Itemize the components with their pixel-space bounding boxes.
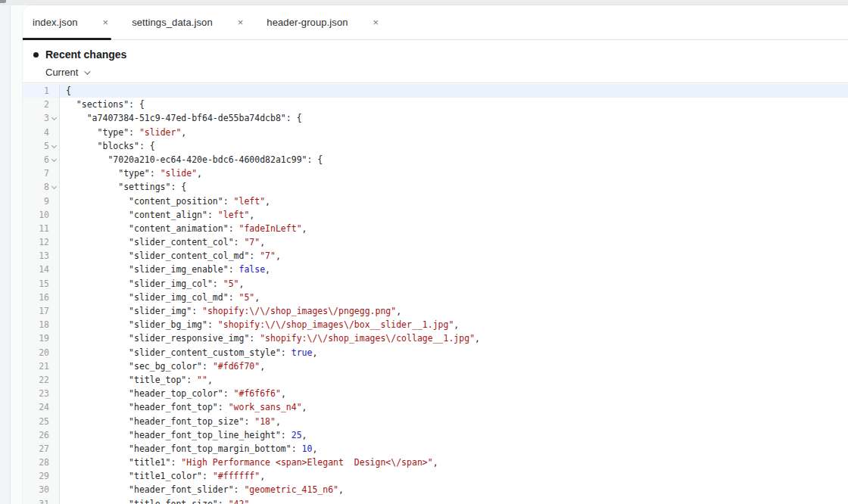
code-line[interactable]: 27 "header_font_top_margin_bottom": 10,: [23, 442, 848, 456]
changes-dot-icon: [33, 52, 39, 58]
line-number: 6: [23, 153, 60, 166]
code-line[interactable]: 22 "title_top": "",: [23, 373, 848, 387]
line-number: 18: [23, 318, 60, 331]
line-number: 11: [23, 222, 60, 235]
code-line[interactable]: 10 "content_align": "left",: [23, 208, 848, 222]
line-number: 22: [23, 373, 60, 387]
code-line-text[interactable]: "slider_responsive_img": "shopify:\/\/sh…: [60, 331, 480, 345]
code-area[interactable]: 1{2 "sections": {3 "a7407384-51c9-47ed-b…: [23, 84, 848, 504]
code-line[interactable]: 1{: [23, 84, 848, 98]
page-top-strip: [0, 0, 848, 5]
code-line[interactable]: 18 "slider_bg_img": "shopify:\/\/shop_im…: [23, 318, 848, 331]
code-line[interactable]: 4 "type": "slider",: [23, 126, 848, 139]
code-line-text[interactable]: "a7407384-51c9-47ed-bf64-de55ba74dcb8": …: [60, 111, 302, 125]
code-line[interactable]: 19 "slider_responsive_img": "shopify:\/\…: [23, 331, 848, 345]
code-line[interactable]: 6 "7020a210-ec64-420e-bdc6-4600d82a1c99"…: [23, 153, 848, 166]
code-line-text[interactable]: "title_top": "",: [60, 373, 213, 387]
window-corner-fragment: [0, 0, 6, 3]
line-number: 1: [23, 84, 60, 98]
close-icon[interactable]: ×: [236, 16, 245, 29]
active-tab-indicator: [23, 38, 111, 40]
line-number: 7: [23, 166, 60, 180]
code-line-text[interactable]: "slider_content_col_md": "7",: [60, 249, 281, 263]
line-number: 16: [23, 291, 60, 304]
code-line[interactable]: 25 "header_font_top_size": "18",: [23, 415, 848, 428]
code-line[interactable]: 20 "slider_content_custom_style": true,: [23, 346, 848, 359]
code-line[interactable]: 7 "type": "slide",: [23, 166, 848, 180]
line-number: 20: [23, 346, 60, 359]
fold-chevron-icon[interactable]: [51, 143, 57, 148]
code-line[interactable]: 5 "blocks": {: [23, 139, 848, 153]
code-line-text[interactable]: "sec_bg_color": "#fd6f70",: [60, 359, 265, 373]
line-number: 15: [23, 277, 60, 291]
code-line[interactable]: 2 "sections": {: [23, 98, 848, 111]
code-line-text[interactable]: "slider_content_custom_style": true,: [60, 346, 317, 359]
code-line-text[interactable]: "type": "slide",: [60, 166, 202, 180]
code-line-text[interactable]: "slider_img_col_md": "5",: [60, 291, 260, 304]
code-line-text[interactable]: "slider_img_enable": false,: [60, 263, 270, 276]
tab-label: settings_data.json: [132, 17, 213, 28]
code-line[interactable]: 26 "header_font_top_line_height": 25,: [23, 428, 848, 442]
code-line-text[interactable]: "title_font_size": "42",: [60, 497, 254, 504]
code-line[interactable]: 11 "content_animation": "fadeInLeft",: [23, 222, 848, 235]
code-line[interactable]: 29 "title1_color": "#ffffff",: [23, 469, 848, 483]
line-number: 14: [23, 263, 60, 276]
line-number: 5: [23, 139, 60, 153]
line-number: 8: [23, 180, 60, 194]
fold-chevron-icon[interactable]: [51, 184, 57, 189]
code-line[interactable]: 30 "header_font_slider": "geometric_415_…: [23, 483, 848, 496]
fold-chevron-icon[interactable]: [51, 115, 57, 120]
fold-chevron-icon[interactable]: [51, 157, 57, 162]
code-line-text[interactable]: "content_position": "left",: [60, 194, 270, 208]
code-line-text[interactable]: "header_font_top_margin_bottom": 10,: [60, 442, 317, 456]
code-line-text[interactable]: "title1_color": "#ffffff",: [60, 469, 265, 483]
line-number: 30: [23, 483, 60, 496]
code-line[interactable]: 16 "slider_img_col_md": "5",: [23, 291, 848, 304]
code-line[interactable]: 8 "settings": {: [23, 180, 848, 194]
code-line-text[interactable]: "title1": "High Performance <span>Elegan…: [60, 456, 438, 469]
code-line-text[interactable]: "slider_bg_img": "shopify:\/\/shop_image…: [60, 318, 459, 331]
version-dropdown[interactable]: Current: [45, 67, 89, 78]
line-number: 21: [23, 359, 60, 373]
code-line[interactable]: 12 "slider_content_col": "7",: [23, 235, 848, 249]
code-line-text[interactable]: "blocks": {: [60, 139, 155, 153]
chevron-down-icon: [85, 68, 91, 74]
code-line[interactable]: 15 "slider_img_col": "5",: [23, 277, 848, 291]
code-line-text[interactable]: "header_font_slider": "geometric_415_n6"…: [60, 483, 344, 496]
code-line-text[interactable]: "sections": {: [60, 98, 145, 111]
code-line[interactable]: 14 "slider_img_enable": false,: [23, 263, 848, 276]
code-line[interactable]: 9 "content_position": "left",: [23, 194, 848, 208]
code-line[interactable]: 24 "header_font_top": "work_sans_n4",: [23, 400, 848, 414]
code-editor-card: index.json × settings_data.json × header…: [23, 5, 848, 504]
close-icon[interactable]: ×: [372, 16, 381, 29]
code-line-text[interactable]: "header_font_top": "work_sans_n4",: [60, 400, 307, 414]
line-number: 31: [23, 497, 60, 504]
tab-header-group-json[interactable]: header-group.json ×: [267, 5, 402, 39]
code-line-text[interactable]: "header_font_top_size": "18",: [60, 415, 281, 428]
line-number: 17: [23, 304, 60, 318]
code-line[interactable]: 28 "title1": "High Performance <span>Ele…: [23, 456, 848, 469]
tab-index-json[interactable]: index.json ×: [33, 5, 132, 39]
code-line-text[interactable]: "7020a210-ec64-420e-bdc6-4600d82a1c99": …: [60, 153, 323, 166]
code-line-text[interactable]: "header_font_top_line_height": 25,: [60, 428, 307, 442]
recent-changes-header: Recent changes Current: [23, 40, 848, 83]
code-line-text[interactable]: "content_animation": "fadeInLeft",: [60, 222, 307, 235]
code-line[interactable]: 21 "sec_bg_color": "#fd6f70",: [23, 359, 848, 373]
code-line[interactable]: 31 "title_font_size": "42",: [23, 497, 848, 504]
code-line-text[interactable]: "header_top_color": "#f6f6f6",: [60, 387, 286, 400]
code-line-text[interactable]: "content_align": "left",: [60, 208, 254, 222]
code-line-text[interactable]: "slider_img_col": "5",: [60, 277, 244, 291]
code-line-text[interactable]: "slider_content_col": "7",: [60, 235, 265, 249]
code-line-text[interactable]: {: [60, 84, 71, 98]
code-line-text[interactable]: "slider_img": "shopify:\/\/shop_images\/…: [60, 304, 401, 318]
code-line-text[interactable]: "settings": {: [60, 180, 186, 194]
close-icon[interactable]: ×: [101, 16, 111, 29]
code-line[interactable]: 3 "a7407384-51c9-47ed-bf64-de55ba74dcb8"…: [23, 111, 848, 125]
line-number: 3: [23, 111, 60, 125]
code-line[interactable]: 17 "slider_img": "shopify:\/\/shop_image…: [23, 304, 848, 318]
code-line[interactable]: 13 "slider_content_col_md": "7",: [23, 249, 848, 263]
code-line-text[interactable]: "type": "slider",: [60, 126, 186, 139]
tab-settings-data-json[interactable]: settings_data.json ×: [132, 5, 267, 39]
code-line[interactable]: 23 "header_top_color": "#f6f6f6",: [23, 387, 848, 400]
line-number: 4: [23, 126, 60, 139]
